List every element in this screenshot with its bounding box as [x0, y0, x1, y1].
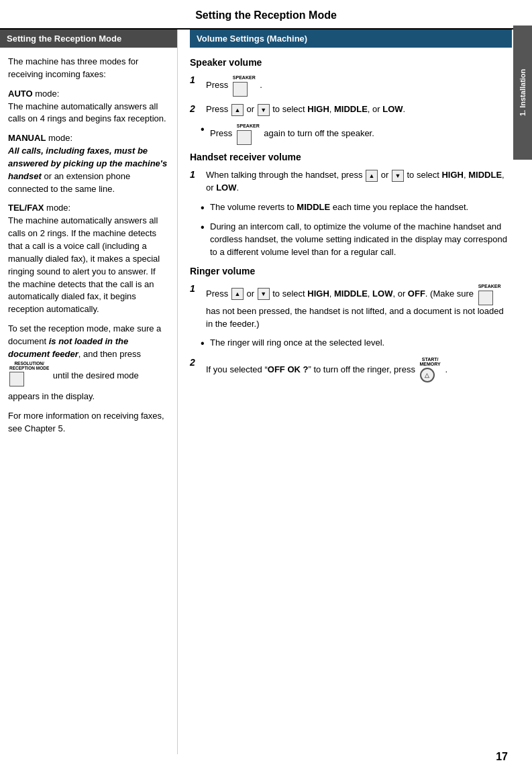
- resolution-label: RESOLUTION/RECEPTION MODE: [9, 361, 49, 372]
- speaker-button-3[interactable]: [478, 291, 493, 305]
- handset-high: HIGH: [441, 170, 464, 180]
- speaker-bullet-content: Press SPEAKER again to turn off the spea…: [210, 123, 512, 145]
- bullet-dot-2: •: [201, 201, 210, 214]
- ringer-bullet-1: • The ringer will ring once at the selec…: [190, 337, 512, 350]
- handset-step-1: 1 When talking through the handset, pres…: [190, 169, 512, 195]
- ringer-low: LOW: [372, 289, 392, 299]
- bullet-dot: •: [201, 123, 210, 136]
- right-column: Volume Settings (Machine) Speaker volume…: [178, 30, 532, 754]
- handset-step-1-content: When talking through the handset, press …: [206, 169, 512, 195]
- speaker-button-wrap-3: SPEAKER: [478, 283, 501, 305]
- low-option: LOW: [382, 104, 403, 114]
- handset-bullet-1-content: The volume reverts to MIDDLE each time y…: [210, 201, 512, 214]
- speaker-step-2: 2 Press ▲ or ▼ to select HIGH, MIDDLE, o…: [190, 103, 512, 116]
- right-section-heading: Volume Settings (Machine): [190, 30, 512, 48]
- ringer-middle: MIDDLE: [334, 289, 368, 299]
- ringer-up-button[interactable]: ▲: [231, 288, 244, 300]
- handset-step-num-1: 1: [190, 169, 203, 180]
- telfax-label: TEL/FAX: [8, 203, 44, 213]
- up-button[interactable]: ▲: [231, 104, 244, 116]
- step-1-content: Press SPEAKER .: [206, 74, 512, 97]
- left-col-body: The machine has three modes for receivin…: [0, 56, 177, 435]
- side-tab: 1. Installation: [513, 25, 532, 160]
- handset-volume-heading: Handset receiver volume: [190, 152, 512, 162]
- ringer-down-button[interactable]: ▼: [258, 288, 270, 300]
- chapter-ref: For more information on receiving faxes,…: [8, 410, 169, 435]
- speaker-bullet-1: • Press SPEAKER again to turn off the sp…: [190, 123, 512, 145]
- doc-feeder-text: is not loaded in the document feeder: [8, 336, 128, 359]
- speaker-volume-heading: Speaker volume: [190, 57, 512, 68]
- ringer-off: OFF: [408, 289, 425, 299]
- ringer-step-num-2: 2: [190, 357, 203, 368]
- manual-mode: MANUAL mode: All calls, including faxes,…: [8, 132, 169, 195]
- speaker-button-wrap-2: SPEAKER: [237, 123, 260, 145]
- intro-text: The machine has three modes for receivin…: [8, 56, 169, 81]
- ringer-step-2: 2 If you selected “OFF OK ?” to turn off…: [190, 357, 512, 382]
- bullet-dot-4: •: [201, 337, 210, 350]
- set-instruction: To set the reception mode, make sure a d…: [8, 323, 169, 403]
- handset-down-button[interactable]: ▼: [392, 170, 404, 182]
- speaker-button-2[interactable]: [237, 130, 252, 145]
- ringer-volume-heading: Ringer volume: [190, 266, 512, 276]
- ringer-high: HIGH: [307, 289, 329, 299]
- resolution-button[interactable]: [9, 372, 24, 386]
- ringer-step-1-content: Press ▲ or ▼ to select HIGH, MIDDLE, LOW…: [206, 283, 512, 331]
- off-ok-text: OFF OK ?: [268, 364, 309, 374]
- ringer-step-1: 1 Press ▲ or ▼ to select HIGH, MIDDLE, L…: [190, 283, 512, 331]
- speaker-label-text-2: SPEAKER: [237, 123, 260, 130]
- left-section-heading: Setting the Reception Mode: [0, 30, 177, 48]
- handset-bullet-1: • The volume reverts to MIDDLE each time…: [190, 201, 512, 214]
- handset-middle: MIDDLE: [468, 170, 502, 180]
- step-num-1: 1: [190, 74, 203, 85]
- middle-option: MIDDLE: [334, 104, 368, 114]
- page-number: 17: [496, 751, 508, 763]
- high-option: HIGH: [307, 104, 329, 114]
- handset-up-button[interactable]: ▲: [366, 170, 378, 182]
- ringer-step-num-1: 1: [190, 283, 203, 294]
- telfax-mode: TEL/FAX mode: The machine automatically …: [8, 202, 169, 316]
- start-button-wrap: START/MEMORY △: [420, 357, 441, 382]
- step-num-2: 2: [190, 103, 203, 114]
- handset-bullet-2-content: During an intercom call, to optimize the…: [210, 221, 512, 259]
- speaker-label-text: SPEAKER: [233, 74, 256, 81]
- manual-instruction: All calls, including faxes, must be answ…: [8, 146, 167, 181]
- manual-label: MANUAL: [8, 133, 46, 143]
- down-button[interactable]: ▼: [258, 104, 270, 116]
- start-button[interactable]: △: [420, 368, 435, 382]
- step-2-content: Press ▲ or ▼ to select HIGH, MIDDLE, or …: [206, 103, 512, 116]
- auto-mode: AUTO mode: The machine automatically ans…: [8, 88, 169, 126]
- bullet-dot-3: •: [201, 221, 210, 234]
- speaker-step-1: 1 Press SPEAKER .: [190, 74, 512, 97]
- ringer-step-2-content: If you selected “OFF OK ?” to turn off t…: [206, 357, 512, 382]
- main-content: Setting the Reception Mode The machine h…: [0, 30, 532, 754]
- speaker-label-text-3: SPEAKER: [478, 283, 501, 290]
- page-title: Setting the Reception Mode: [0, 0, 532, 30]
- left-column: Setting the Reception Mode The machine h…: [0, 30, 178, 754]
- handset-bullet-2: • During an intercom call, to optimize t…: [190, 221, 512, 259]
- handset-low: LOW: [216, 183, 236, 193]
- middle-bold: MIDDLE: [297, 202, 330, 212]
- resolution-button-wrap: RESOLUTION/RECEPTION MODE: [9, 361, 49, 391]
- speaker-button-wrap: SPEAKER: [233, 74, 256, 97]
- speaker-button[interactable]: [233, 82, 248, 97]
- start-label-text: START/MEMORY: [420, 357, 441, 367]
- auto-label: AUTO: [8, 89, 33, 99]
- ringer-bullet-1-content: The ringer will ring once at the selecte…: [210, 337, 512, 350]
